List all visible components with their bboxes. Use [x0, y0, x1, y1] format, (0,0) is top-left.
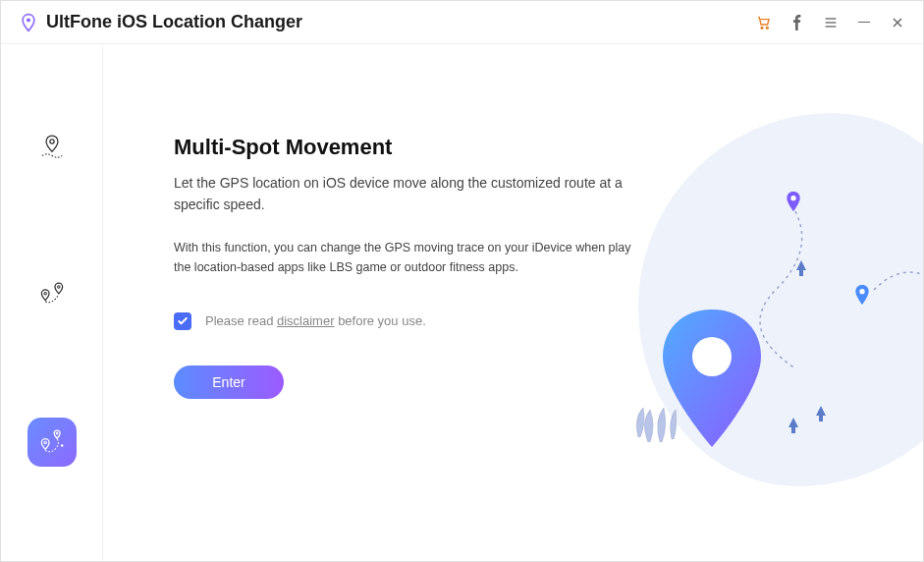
close-button[interactable]: [890, 15, 905, 30]
small-pin-icon: [786, 192, 801, 211]
large-pin-icon: [658, 309, 766, 447]
sub-text: With this function, you can change the G…: [174, 238, 645, 277]
tree-icon: [788, 418, 799, 433]
page-title: Multi-Spot Movement: [174, 135, 884, 160]
small-pin-icon: [854, 285, 870, 305]
svg-point-1: [761, 27, 763, 28]
svg-point-0: [27, 18, 30, 22]
route-path-icon: [736, 201, 923, 398]
menu-icon[interactable]: [823, 15, 839, 30]
app-title: UltFone iOS Location Changer: [46, 12, 302, 32]
tree-icon: [815, 406, 827, 422]
cart-icon[interactable]: [756, 15, 772, 30]
svg-point-9: [43, 292, 46, 295]
app-logo-icon: [19, 13, 38, 32]
disclaimer-row: Please read disclaimer before you use.: [174, 312, 884, 330]
enter-button[interactable]: Enter: [174, 365, 284, 399]
titlebar-controls: [756, 15, 905, 30]
disclaimer-checkbox[interactable]: [174, 312, 191, 330]
sidebar-item-single-spot[interactable]: [27, 123, 77, 172]
svg-point-12: [56, 432, 58, 434]
svg-point-15: [859, 289, 864, 294]
svg-point-11: [43, 441, 46, 444]
sidebar-item-two-spot[interactable]: [27, 270, 77, 319]
svg-point-14: [790, 196, 795, 200]
svg-point-13: [60, 444, 63, 447]
svg-point-10: [57, 286, 60, 289]
facebook-icon[interactable]: [789, 15, 805, 30]
svg-point-16: [692, 337, 732, 376]
main-content: Multi-Spot Movement Let the GPS location…: [103, 44, 923, 561]
disclaimer-link[interactable]: disclaimer: [277, 313, 335, 328]
svg-point-2: [766, 27, 768, 28]
titlebar: UltFone iOS Location Changer: [1, 1, 923, 44]
svg-point-8: [49, 140, 53, 143]
disclaimer-pre: Please read: [205, 313, 277, 328]
sidebar-item-multi-spot[interactable]: [27, 418, 77, 467]
lead-text: Let the GPS location on iOS device move …: [174, 172, 625, 216]
minimize-button[interactable]: [856, 15, 872, 30]
sidebar: [1, 44, 103, 561]
tree-icon: [795, 260, 807, 276]
disclaimer-post: before you use.: [335, 313, 426, 328]
disclaimer-text: Please read disclaimer before you use.: [205, 313, 426, 328]
leaves-icon: [628, 388, 687, 447]
